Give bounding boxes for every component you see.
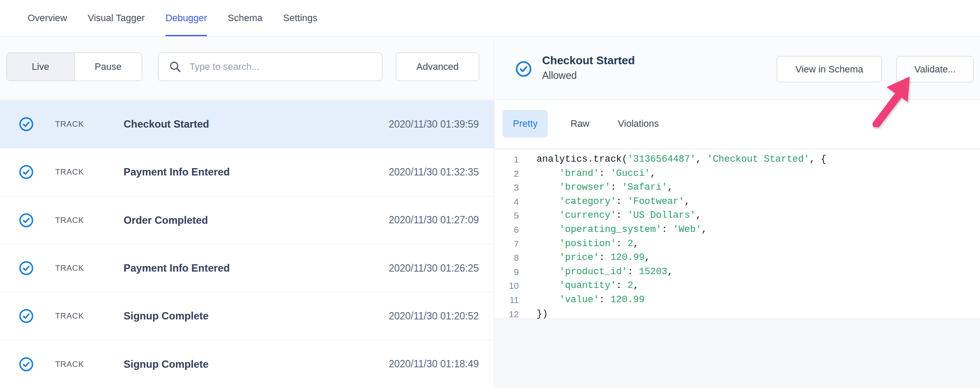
code-text: 'category': 'Footwear', bbox=[537, 195, 690, 209]
event-status: Allowed bbox=[542, 68, 635, 83]
event-name: Signup Complete bbox=[124, 358, 208, 370]
detail-header: Checkout Started Allowed View in Schema … bbox=[495, 37, 980, 100]
detail-tabs: PrettyRawViolations bbox=[495, 100, 980, 149]
track-check-icon bbox=[19, 165, 34, 179]
event-name: Order Completed bbox=[124, 214, 208, 226]
code-line: 6 'operating_system': 'Web', bbox=[495, 223, 980, 237]
code-viewer: 1analytics.track('3136564487', 'Checkout… bbox=[495, 150, 980, 319]
event-list: TRACKCheckout Started2020/11/30 01:39:59… bbox=[0, 100, 494, 388]
code-text: 'operating_system': 'Web', bbox=[537, 223, 707, 237]
nav-tab-visual-tagger[interactable]: Visual Tagger bbox=[88, 0, 145, 36]
code-text: 'product_id': 15203, bbox=[537, 265, 673, 279]
code-text: 'brand': 'Gucci', bbox=[537, 167, 656, 181]
line-number: 3 bbox=[495, 181, 519, 195]
code-line: 2 'brand': 'Gucci', bbox=[495, 167, 980, 181]
code-text: 'value': 120.99 bbox=[537, 293, 645, 307]
event-type-label: TRACK bbox=[55, 263, 84, 273]
line-number: 4 bbox=[495, 195, 519, 209]
event-type-label: TRACK bbox=[55, 311, 84, 321]
code-text: 'quantity': 2, bbox=[537, 279, 639, 293]
allowed-check-icon bbox=[515, 61, 532, 77]
track-check-icon bbox=[19, 357, 34, 372]
line-number: 5 bbox=[495, 209, 519, 223]
code-line: 9 'product_id': 15203, bbox=[495, 265, 980, 279]
event-type-label: TRACK bbox=[55, 167, 84, 177]
nav-tab-settings[interactable]: Settings bbox=[283, 0, 318, 36]
validate-button[interactable]: Validate... bbox=[896, 56, 974, 82]
advanced-button[interactable]: Advanced bbox=[396, 53, 479, 81]
event-row[interactable]: TRACKSignup Complete2020/11/30 01:18:49 bbox=[0, 340, 494, 388]
code-line: 11 'value': 120.99 bbox=[495, 293, 980, 307]
line-number: 6 bbox=[495, 223, 519, 237]
event-row[interactable]: TRACKPayment Info Entered2020/11/30 01:3… bbox=[0, 148, 494, 196]
tab-violations[interactable]: Violations bbox=[608, 110, 669, 138]
track-check-icon bbox=[19, 117, 34, 131]
event-timestamp: 2020/11/30 01:39:59 bbox=[389, 119, 479, 130]
line-number: 1 bbox=[495, 153, 519, 167]
nav-tab-overview[interactable]: Overview bbox=[28, 0, 67, 36]
code-line: 10 'quantity': 2, bbox=[495, 279, 980, 293]
live-pause-toggle: Live Pause bbox=[6, 53, 142, 81]
tab-pretty[interactable]: Pretty bbox=[502, 110, 548, 138]
event-name: Payment Info Entered bbox=[124, 262, 230, 274]
event-name: Payment Info Entered bbox=[124, 166, 230, 178]
event-timestamp: 2020/11/30 01:27:09 bbox=[389, 214, 479, 226]
event-name: Signup Complete bbox=[124, 310, 208, 322]
line-number: 10 bbox=[495, 279, 519, 293]
line-number: 11 bbox=[495, 293, 519, 307]
event-row[interactable]: TRACKPayment Info Entered2020/11/30 01:2… bbox=[0, 244, 494, 292]
event-type-label: TRACK bbox=[55, 360, 84, 369]
track-check-icon bbox=[19, 309, 34, 323]
event-timestamp: 2020/11/30 01:20:52 bbox=[389, 310, 479, 322]
code-text: 'currency': 'US Dollars', bbox=[537, 209, 701, 223]
event-type-label: TRACK bbox=[55, 216, 84, 225]
top-navigation: OverviewVisual TaggerDebuggerSchemaSetti… bbox=[0, 0, 980, 37]
event-row[interactable]: TRACKSignup Complete2020/11/30 01:20:52 bbox=[0, 292, 494, 340]
line-number: 7 bbox=[495, 237, 519, 251]
code-line: 1analytics.track('3136564487', 'Checkout… bbox=[495, 153, 980, 167]
event-detail-panel: Checkout Started Allowed View in Schema … bbox=[495, 37, 980, 388]
event-timestamp: 2020/11/30 01:18:49 bbox=[389, 358, 479, 370]
search-box[interactable] bbox=[158, 53, 382, 81]
event-timestamp: 2020/11/30 01:32:35 bbox=[389, 166, 479, 178]
pause-button[interactable]: Pause bbox=[74, 53, 142, 81]
code-line: 5 'currency': 'US Dollars', bbox=[495, 209, 980, 223]
detail-titles: Checkout Started Allowed bbox=[542, 53, 635, 83]
code-line: 7 'position': 2, bbox=[495, 237, 980, 251]
track-check-icon bbox=[19, 261, 34, 275]
track-check-icon bbox=[19, 213, 34, 228]
code-footer-area bbox=[495, 319, 980, 388]
view-in-schema-button[interactable]: View in Schema bbox=[777, 56, 882, 82]
line-number: 9 bbox=[495, 265, 519, 279]
event-row[interactable]: TRACKOrder Completed2020/11/30 01:27:09 bbox=[0, 197, 494, 244]
list-toolbar: Live Pause Advanced bbox=[0, 37, 494, 100]
event-title: Checkout Started bbox=[542, 53, 635, 68]
code-line: 8 'price': 120.99, bbox=[495, 251, 980, 265]
code-text: analytics.track('3136564487', 'Checkout … bbox=[537, 153, 826, 167]
search-icon bbox=[169, 60, 182, 73]
event-list-panel: Live Pause Advanced TRACKCheckout Starte… bbox=[0, 37, 494, 388]
nav-tab-schema[interactable]: Schema bbox=[228, 0, 263, 36]
nav-tab-debugger[interactable]: Debugger bbox=[165, 0, 207, 36]
event-type-label: TRACK bbox=[55, 119, 84, 129]
code-text: 'price': 120.99, bbox=[537, 251, 650, 265]
event-row[interactable]: TRACKCheckout Started2020/11/30 01:39:59 bbox=[0, 100, 494, 148]
tab-raw[interactable]: Raw bbox=[560, 110, 600, 138]
line-number: 2 bbox=[495, 167, 519, 181]
event-timestamp: 2020/11/30 01:26:25 bbox=[389, 263, 479, 274]
live-button[interactable]: Live bbox=[7, 53, 74, 81]
code-text: 'position': 2, bbox=[537, 237, 639, 251]
line-number: 8 bbox=[495, 251, 519, 265]
code-line: 3 'browser': 'Safari', bbox=[495, 181, 980, 195]
search-input[interactable] bbox=[189, 61, 374, 72]
code-text: 'browser': 'Safari', bbox=[537, 181, 673, 195]
code-line: 4 'category': 'Footwear', bbox=[495, 195, 980, 209]
event-name: Checkout Started bbox=[124, 118, 209, 130]
